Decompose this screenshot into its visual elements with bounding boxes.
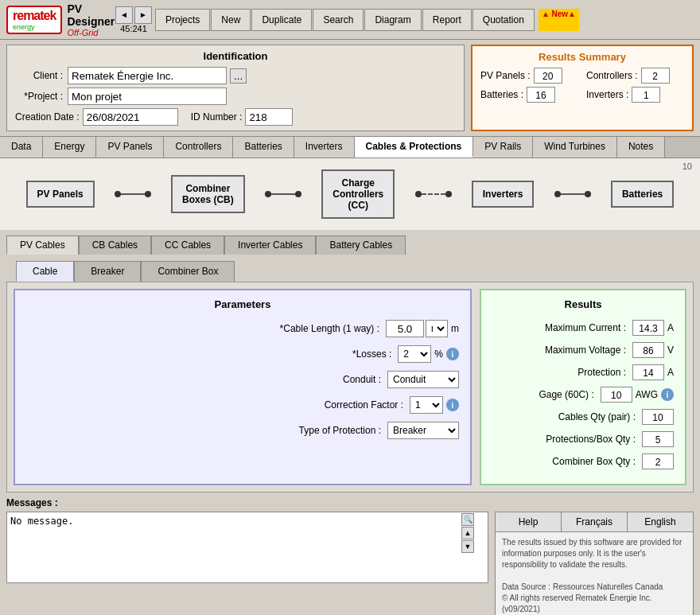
- protections-box-row: Protections/Box Qty : 5: [492, 431, 674, 447]
- pv-panels-value: 20: [534, 68, 562, 84]
- sub-tab-inverter-cables[interactable]: Inverter Cables: [224, 235, 316, 255]
- tab-inverters[interactable]: Inverters: [294, 137, 355, 158]
- tab-pv-panels[interactable]: PV Panels: [96, 137, 164, 158]
- flow-dot-3: [265, 191, 271, 197]
- protection-type-select[interactable]: BreakerFuse: [387, 422, 459, 439]
- parameters-panel: Parameters *Cable Length (1 way) : mft m…: [14, 289, 472, 485]
- losses-info-icon[interactable]: i: [446, 348, 459, 360]
- flow-inverters[interactable]: Inverters: [472, 181, 535, 208]
- correction-factor-label: Correction Factor :: [26, 399, 403, 411]
- tab-pv-rails[interactable]: PV Rails: [473, 137, 533, 158]
- messages-row: 🔍 ▲ ▼ Help Français English The results …: [6, 512, 694, 615]
- new-badge: ▲ New▲: [539, 9, 579, 31]
- cable-length-unit-select[interactable]: mft: [426, 320, 448, 337]
- identification-title: Identification: [15, 50, 456, 62]
- project-label: *Project :: [15, 91, 63, 102]
- correction-factor-select[interactable]: 10.90.8: [410, 396, 443, 414]
- inner-tab-cable[interactable]: Cable: [16, 261, 74, 282]
- tab-cables---protections[interactable]: Cables & Protections: [355, 137, 474, 158]
- cable-length-row: *Cable Length (1 way) : mft m: [26, 320, 459, 337]
- sub-tab-battery-cables[interactable]: Battery Cables: [316, 235, 406, 255]
- client-dots-button[interactable]: ...: [230, 68, 247, 84]
- inner-tab-combiner-box[interactable]: Combiner Box: [141, 261, 235, 282]
- creation-date-input[interactable]: [83, 108, 178, 126]
- tab-data[interactable]: Data: [0, 137, 43, 158]
- logo-subtext: energy: [13, 23, 56, 31]
- correction-factor-row: Correction Factor : 10.90.8 i: [26, 396, 459, 414]
- tab-batteries[interactable]: Batteries: [233, 137, 294, 158]
- client-label: Client :: [15, 70, 63, 81]
- help-text: The results issued by this software are …: [496, 532, 693, 615]
- cables-qty-value: 10: [642, 409, 674, 425]
- next-button[interactable]: ►: [134, 6, 152, 24]
- sub-tab-cc-cables[interactable]: CC Cables: [151, 235, 224, 255]
- messages-icons: 🔍 ▲ ▼: [461, 513, 474, 553]
- controllers-item: Controllers : 2: [586, 68, 684, 84]
- prev-button[interactable]: ◄: [115, 6, 133, 24]
- menu-search[interactable]: Search: [313, 9, 364, 31]
- sub-tab-pv-cables[interactable]: PV Cables: [6, 235, 79, 255]
- francais-button[interactable]: Français: [562, 512, 628, 531]
- messages-label: Messages :: [6, 497, 694, 508]
- date-row: Creation Date : ID Number :: [15, 108, 456, 126]
- combiner-box-row: Combiner Box Qty : 2: [492, 453, 674, 469]
- gage-label: Gage (60C) :: [492, 389, 594, 400]
- flow-diagram: PV Panels CombinerBoxes (CB) ChargeContr…: [0, 158, 700, 231]
- creation-date-label: Creation Date :: [15, 111, 80, 123]
- menu-diagram[interactable]: Diagram: [364, 9, 421, 31]
- tab-controllers[interactable]: Controllers: [164, 137, 233, 158]
- max-current-unit: A: [667, 322, 674, 333]
- results-summary-panel: Results Summary PV Panels : 20 Controlle…: [471, 45, 694, 131]
- menu-projects[interactable]: Projects: [155, 9, 210, 31]
- max-voltage-row: Maximum Voltage : 86 V: [492, 342, 674, 358]
- cable-length-label: *Cable Length (1 way) :: [26, 323, 379, 334]
- correction-factor-info-icon[interactable]: i: [446, 399, 459, 411]
- id-number-group: ID Number :: [191, 108, 294, 126]
- flow-connector-4: [554, 191, 591, 197]
- cable-length-input[interactable]: [386, 320, 424, 337]
- gage-info-icon[interactable]: i: [661, 388, 674, 401]
- id-number-label: ID Number :: [191, 111, 243, 123]
- conduit-select[interactable]: ConduitFree Air: [387, 371, 459, 388]
- scroll-down-icon[interactable]: ▼: [461, 540, 474, 553]
- sub-tab-bar: PV CablesCB CablesCC CablesInverter Cabl…: [0, 231, 700, 255]
- messages-textarea[interactable]: [6, 512, 488, 583]
- logo-box: rematek energy: [6, 6, 62, 34]
- tab-energy[interactable]: Energy: [43, 137, 96, 158]
- client-input[interactable]: [68, 67, 227, 84]
- sub-tab-cb-cables[interactable]: CB Cables: [79, 235, 151, 255]
- results-panel: Results Maximum Current : 14.3 A Maximum…: [480, 289, 686, 485]
- flow-charge-controllers[interactable]: ChargeControllers(CC): [321, 169, 395, 219]
- flow-pv-panels[interactable]: PV Panels: [26, 181, 95, 208]
- english-button[interactable]: English: [628, 512, 693, 531]
- conduit-label: Conduit :: [26, 374, 381, 385]
- flow-connector-3: [415, 191, 452, 197]
- cables-qty-row: Cables Qty (pair) : 10: [492, 409, 674, 425]
- inner-tab-breaker[interactable]: Breaker: [74, 261, 141, 282]
- project-input[interactable]: [68, 88, 227, 105]
- app-title-sub: Off-Grid: [67, 28, 115, 37]
- menu-duplicate[interactable]: Duplicate: [251, 9, 312, 31]
- logo-text: rematek: [13, 9, 56, 23]
- scroll-up-icon[interactable]: ▲: [461, 527, 474, 539]
- menu-quotation[interactable]: Quotation: [472, 9, 535, 31]
- help-button[interactable]: Help: [496, 512, 562, 531]
- id-number-input[interactable]: [245, 108, 293, 126]
- flow-connector-1: [115, 191, 151, 197]
- search-icon[interactable]: 🔍: [461, 513, 474, 526]
- tab-notes[interactable]: Notes: [617, 137, 665, 158]
- losses-select[interactable]: 235: [398, 345, 431, 363]
- menu-new[interactable]: New: [211, 9, 251, 31]
- inverters-item: Inverters : 1: [586, 87, 684, 103]
- help-panel: Help Français English The results issued…: [495, 512, 694, 615]
- flow-batteries[interactable]: Batteries: [611, 181, 674, 208]
- flow-connector-2: [265, 191, 301, 197]
- protections-box-value: 5: [642, 431, 674, 447]
- menu-report[interactable]: Report: [422, 9, 472, 31]
- project-field: *Project :: [15, 88, 456, 105]
- flow-combiner-boxes[interactable]: CombinerBoxes (CB): [171, 175, 245, 213]
- max-current-label: Maximum Current :: [492, 322, 626, 333]
- tab-wind-turbines[interactable]: Wind Turbines: [533, 137, 617, 158]
- flow-line-3: [561, 193, 585, 195]
- inverters-label: Inverters :: [586, 89, 628, 100]
